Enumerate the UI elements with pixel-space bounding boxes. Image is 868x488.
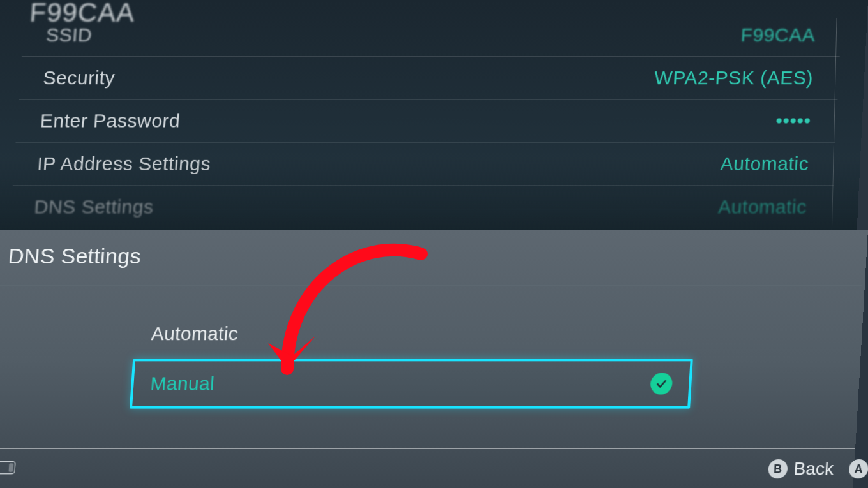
modal-title: DNS Settings [8,244,142,269]
option-label: Automatic [151,323,239,344]
row-label: DNS Settings [34,196,154,218]
divider [0,285,862,285]
button-hints: B Back A [768,459,868,479]
row-value: F99CAA [740,24,816,46]
row-ip-address[interactable]: IP Address Settings Automatic [13,142,835,186]
a-button-icon: A [848,459,868,478]
dns-settings-modal: DNS Settings Automatic Manual B Back [0,230,868,488]
network-settings-background: F99CAA SSID F99CAA Security WPA2-PSK (AE… [0,0,868,231]
option-label: Manual [149,373,215,394]
row-security[interactable]: Security WPA2-PSK (AES) [19,56,839,99]
row-label: Security [42,67,116,89]
dns-options-list: Automatic Manual [130,309,696,409]
controller-icon [0,459,17,479]
row-value: ••••• [775,110,812,131]
checkmark-icon [650,373,673,394]
row-label: SSID [45,24,93,46]
row-password[interactable]: Enter Password ••••• [16,99,838,142]
footer-bar: B Back A [0,449,855,488]
hint-label: Back [793,459,834,479]
row-dns[interactable]: DNS Settings Automatic [10,185,834,228]
hint-ok[interactable]: A [848,459,868,478]
b-button-icon: B [768,459,788,478]
hint-back[interactable]: B Back [768,459,834,479]
row-ssid[interactable]: SSID F99CAA [22,14,842,56]
row-value: Automatic [720,153,809,175]
row-value: Automatic [717,196,807,218]
row-label: Enter Password [40,110,181,131]
row-value: WPA2-PSK (AES) [654,67,813,89]
option-automatic[interactable]: Automatic [133,309,696,359]
settings-list: SSID F99CAA Security WPA2-PSK (AES) Ente… [10,14,842,228]
option-manual[interactable]: Manual [130,359,693,408]
svg-rect-2 [8,463,13,472]
row-label: IP Address Settings [36,153,211,175]
